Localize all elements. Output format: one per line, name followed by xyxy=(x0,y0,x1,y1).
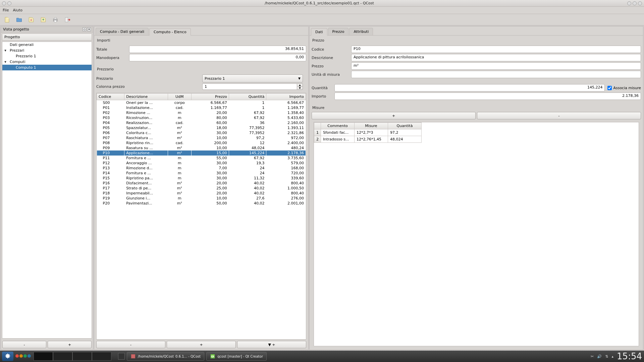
dock-close-icon[interactable]: ✕ xyxy=(87,27,91,31)
misure-grid[interactable]: Commento Misure Quantità 1Sfondati fac..… xyxy=(314,122,639,346)
spin-up-icon[interactable]: ▲ xyxy=(297,83,303,86)
item-dropdown-add-button[interactable]: ▼ + xyxy=(237,341,306,348)
tab-dati-generali[interactable]: Computo - Dati generali xyxy=(96,28,149,35)
menu-help[interactable]: Aiuto xyxy=(13,8,22,12)
table-row[interactable]: P16Disfaciment...m²20,0040,02800,40 xyxy=(97,181,306,186)
prezzario-label: Prezzario xyxy=(96,76,126,81)
col-importo[interactable]: Importo xyxy=(266,94,306,100)
tree-node[interactable]: ▾Prezzari xyxy=(2,48,92,53)
table-row[interactable]: P10Applicazione...m²15,00145,2242.178,36 xyxy=(97,150,306,156)
colonna-value[interactable]: 1 xyxy=(202,83,297,90)
col-codice[interactable]: Codice xyxy=(97,94,124,100)
window-pin-icon[interactable] xyxy=(7,1,11,5)
col-udm[interactable]: UdM xyxy=(168,94,192,100)
table-row[interactable]: P12Ancoraggio ...m30,0019,3579,00 xyxy=(97,161,306,166)
kde-start-button[interactable] xyxy=(2,352,13,361)
col-quantita[interactable]: Quantità xyxy=(229,94,266,100)
tab-dati[interactable]: Dati xyxy=(311,28,327,36)
print-button[interactable] xyxy=(51,15,60,24)
table-row[interactable]: P02Rimozione ...m20,0067,921.358,40 xyxy=(97,110,306,115)
descrizione-field[interactable]: Applicazione di pittura acrilsilossanica xyxy=(351,54,641,61)
open-file-button[interactable] xyxy=(15,15,23,24)
toolbar xyxy=(0,14,644,25)
tree-node[interactable]: Dati generali xyxy=(2,42,92,48)
clipboard-icon[interactable]: ✂ xyxy=(591,354,594,359)
item-add-button[interactable]: + xyxy=(167,341,236,348)
table-row[interactable]: P01Installazione...cad.1.169,7711.169,77 xyxy=(97,105,306,110)
udm-field[interactable] xyxy=(351,71,641,78)
menu-file[interactable]: File xyxy=(3,8,9,12)
measure-row[interactable]: 1Sfondati fac...12*2,7*397,2 xyxy=(314,129,422,136)
tab-prezzo[interactable]: Prezzo xyxy=(328,28,349,35)
spin-down-icon[interactable]: ▼ xyxy=(297,86,303,90)
close-icon[interactable] xyxy=(638,1,642,5)
new-file-button[interactable] xyxy=(3,15,11,24)
table-row[interactable]: P09Rasatura su ...m²10,0048,024480,24 xyxy=(97,145,306,150)
col-prezzo[interactable]: Prezzo xyxy=(192,94,229,100)
svg-rect-3 xyxy=(65,17,68,22)
quantita-label: Quantità xyxy=(312,86,332,90)
taskbar-task-qtcreator[interactable]: Qt qcost [master] - Qt Creator xyxy=(206,352,267,361)
system-tray: ✂ 🔊 ⇅ ▴ 15:54 xyxy=(591,351,642,361)
table-row[interactable]: P11Fornitura e ...m55,0067,923.735,60 xyxy=(97,156,306,161)
table-row[interactable]: P18Impermeabil...m²20,0040,02800,40 xyxy=(97,191,306,196)
table-row[interactable]: P19Giunzione i...m10,0027,6276,00 xyxy=(97,196,306,201)
codice-field[interactable]: P10 xyxy=(351,46,641,53)
mcol-misure[interactable]: Misure xyxy=(355,123,388,129)
tab-elenco[interactable]: Computo - Elenco xyxy=(149,28,191,36)
table-row[interactable]: P03Ricostruzion...m80,0067,925.433,60 xyxy=(97,115,306,120)
table-row[interactable]: P20Pavimentazi...m²50,0040,022.001,00 xyxy=(97,201,306,206)
maximize-icon[interactable] xyxy=(633,1,637,5)
measure-row[interactable]: 2Intradosso s...12*2,76*1,4548,024 xyxy=(314,136,422,143)
tree-node[interactable]: Prezzario 1 xyxy=(2,53,92,59)
tree-add-button[interactable]: + xyxy=(48,341,92,348)
show-desktop-button[interactable] xyxy=(118,353,125,360)
table-row[interactable]: P17Strato di pe...m²25,0040,021.000,50 xyxy=(97,186,306,191)
network-icon[interactable]: ⇅ xyxy=(605,354,608,359)
mcol-quantita[interactable]: Quantità xyxy=(388,123,422,129)
table-row[interactable]: P14Fornitura e ...m30,0024720,00 xyxy=(97,171,306,176)
associa-check-input[interactable] xyxy=(607,86,612,90)
exit-button[interactable] xyxy=(63,15,72,24)
tray-expand-icon[interactable]: ▴ xyxy=(612,354,614,359)
activity-dots[interactable] xyxy=(15,354,32,359)
table-row[interactable]: P06Coloritura c...m²30,0077,39522.321,86 xyxy=(97,130,306,135)
misure-remove-button[interactable]: - xyxy=(477,112,641,119)
associa-checkbox[interactable]: Associa misure xyxy=(607,86,641,90)
center-panel: Computo - Dati generali Computo - Elenco… xyxy=(94,26,309,350)
import-button[interactable] xyxy=(27,15,36,24)
items-grid[interactable]: Codice Descrizione UdM Prezzo Quantità I… xyxy=(96,93,306,340)
tab-attributi[interactable]: Attributi xyxy=(349,28,373,35)
main-area: Vista progetto ◇ ✕ Progetto Dati general… xyxy=(0,25,644,351)
taskbar-task-qcost[interactable]: /home/mickele/QCost_0.6.1... - QCost xyxy=(127,352,204,361)
col-descrizione[interactable]: Descrizione xyxy=(124,94,168,100)
svg-rect-2 xyxy=(54,20,57,22)
table-row[interactable]: P08Ripristino rin...cad.200,00122.400,00 xyxy=(97,140,306,145)
mcol-rownum xyxy=(314,123,321,129)
prezzario-dropdown[interactable]: Prezzario 1 ▼ xyxy=(202,74,303,82)
tree-remove-button[interactable]: - xyxy=(2,341,46,348)
desktop-pager[interactable] xyxy=(34,352,111,361)
tree-node[interactable]: ▾Computi xyxy=(2,59,92,65)
table-row[interactable]: P07Raschiatura ...m²10,0097,2972,00 xyxy=(97,135,306,140)
table-row[interactable]: S00Oneri per la ...corpo6.566,6716.566,6… xyxy=(97,100,306,106)
chevron-down-icon: ▼ xyxy=(298,77,301,80)
window-menu-icon[interactable] xyxy=(2,1,6,5)
colonna-spinner[interactable]: 1 ▲▼ xyxy=(202,83,303,90)
prezzo-field[interactable]: m² xyxy=(351,62,641,70)
misure-add-button[interactable]: + xyxy=(312,112,476,119)
clock[interactable]: 15:54 xyxy=(617,351,642,361)
project-panel: Vista progetto ◇ ✕ Progetto Dati general… xyxy=(1,26,93,350)
table-row[interactable]: P13Rimozione d...m7,0024168,00 xyxy=(97,166,306,171)
tree-node[interactable]: Computo 1 xyxy=(2,65,92,70)
table-row[interactable]: P05Spazzolatur...m²18,0077,39521.393,11 xyxy=(97,125,306,130)
table-row[interactable]: P04Realizzazion...cad.60,00362.160,00 xyxy=(97,120,306,125)
table-row[interactable]: P15Ripristino pa...m30,0011,32339,60 xyxy=(97,176,306,181)
minimize-icon[interactable] xyxy=(627,1,631,5)
item-remove-button[interactable]: - xyxy=(96,341,165,348)
mcol-commento[interactable]: Commento xyxy=(321,123,355,129)
project-tree[interactable]: Dati generali▾PrezzariPrezzario 1▾Comput… xyxy=(2,42,92,339)
dock-float-icon[interactable]: ◇ xyxy=(83,27,86,31)
save-button[interactable] xyxy=(39,15,48,24)
volume-icon[interactable]: 🔊 xyxy=(597,354,602,359)
